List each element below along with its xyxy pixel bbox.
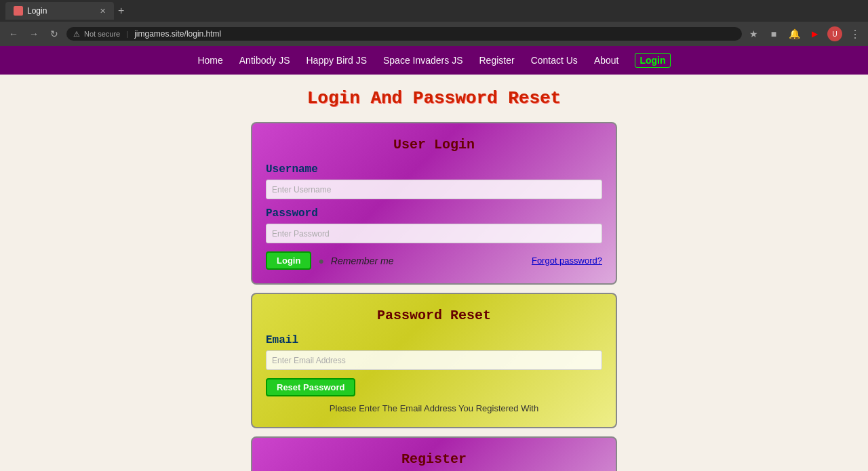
toolbar-icons: ★ ■ 🔔 ▶ U ⋮ — [746, 26, 863, 41]
login-button[interactable]: Login — [266, 251, 311, 270]
username-field-group: Username — [266, 163, 602, 207]
email-input[interactable] — [266, 350, 602, 370]
forgot-password-link[interactable]: Forgot password? — [532, 255, 602, 266]
login-form-actions: Login ● Remember me Forgot password? — [266, 251, 602, 270]
checkbox-dot: ● — [318, 255, 323, 266]
active-tab[interactable]: Login ✕ — [5, 2, 114, 20]
password-label: Password — [266, 207, 602, 220]
login-section: User Login Username Password Login ● Rem… — [251, 122, 617, 285]
email-label: Email — [266, 334, 602, 346]
nav-register[interactable]: Register — [479, 55, 514, 66]
reset-info-text: Please Enter The Email Address You Regis… — [266, 403, 602, 413]
security-icon: ⚠ — [73, 30, 80, 39]
login-section-title: User Login — [266, 137, 602, 152]
forward-button[interactable]: → — [26, 26, 42, 42]
address-bar-container: ⚠ Not secure | — [66, 27, 742, 41]
nav-login[interactable]: Login — [635, 53, 670, 68]
address-input[interactable] — [134, 29, 735, 39]
reset-section-title: Password Reset — [266, 308, 602, 323]
tab-favicon — [14, 6, 23, 16]
reset-password-button[interactable]: Reset Password — [266, 378, 355, 396]
password-input[interactable] — [266, 224, 602, 243]
password-field-group: Password — [266, 207, 602, 251]
page-title: Login And Password Reset — [14, 88, 854, 108]
security-label: Not secure — [84, 30, 120, 38]
site-nav: Home Antibody JS Happy Bird JS Space Inv… — [0, 46, 868, 75]
nav-spaceinvaders[interactable]: Space Invaders JS — [383, 55, 463, 66]
notification-icon[interactable]: 🔔 — [787, 26, 802, 41]
tab-bar: Login ✕ + — [0, 0, 868, 22]
tab-close-button[interactable]: ✕ — [100, 7, 106, 16]
youtube-icon[interactable]: ▶ — [807, 26, 822, 41]
tab-title: Login — [27, 6, 47, 16]
nav-happybird[interactable]: Happy Bird JS — [306, 55, 366, 66]
register-section-title: Register — [266, 451, 602, 467]
new-tab-button[interactable]: + — [114, 5, 128, 17]
browser-chrome: Login ✕ + ← → ↻ ⚠ Not secure | ★ ■ 🔔 ▶ U… — [0, 0, 868, 46]
username-label: Username — [266, 163, 602, 176]
profile-avatar[interactable]: U — [827, 26, 842, 41]
nav-contact[interactable]: Contact Us — [531, 55, 578, 66]
register-section: Register Head to our registration page t… — [251, 436, 617, 471]
reset-section: Password Reset Email Reset Password Plea… — [251, 293, 617, 428]
menu-icon[interactable]: ⋮ — [848, 26, 863, 41]
bookmark-icon[interactable]: ★ — [746, 26, 761, 41]
nav-antibody[interactable]: Antibody JS — [239, 55, 290, 66]
email-field-group: Email — [266, 334, 602, 378]
username-input[interactable] — [266, 180, 602, 199]
back-button[interactable]: ← — [5, 26, 22, 42]
refresh-button[interactable]: ↻ — [46, 26, 62, 42]
login-left-actions: Login ● Remember me — [266, 251, 393, 270]
page-content: Login And Password Reset User Login User… — [0, 75, 868, 471]
address-separator: | — [124, 30, 130, 38]
extensions-icon[interactable]: ■ — [766, 26, 781, 41]
remember-me-label: Remember me — [331, 255, 394, 266]
nav-home[interactable]: Home — [197, 55, 222, 66]
nav-about[interactable]: About — [594, 55, 619, 66]
browser-toolbar: ← → ↻ ⚠ Not secure | ★ ■ 🔔 ▶ U ⋮ — [0, 22, 868, 46]
